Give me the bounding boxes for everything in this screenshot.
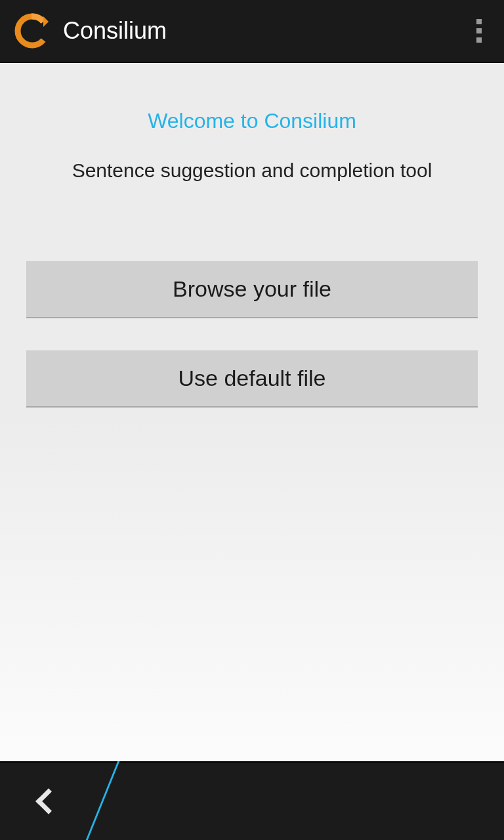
welcome-title: Welcome to Consilium [26,109,478,133]
navigation-bar [0,761,504,840]
overflow-menu-icon[interactable] [470,12,488,49]
action-bar: Consilium [0,0,504,63]
svg-marker-0 [43,16,49,27]
back-button[interactable] [0,763,92,840]
main-content: Welcome to Consilium Sentence suggestion… [0,63,504,408]
back-chevron-icon [35,788,62,814]
subtitle: Sentence suggestion and completion tool [26,159,478,182]
browse-file-button[interactable]: Browse your file [26,261,478,318]
app-icon [13,12,50,49]
use-default-file-button[interactable]: Use default file [26,350,478,408]
app-title: Consilium [63,17,167,45]
